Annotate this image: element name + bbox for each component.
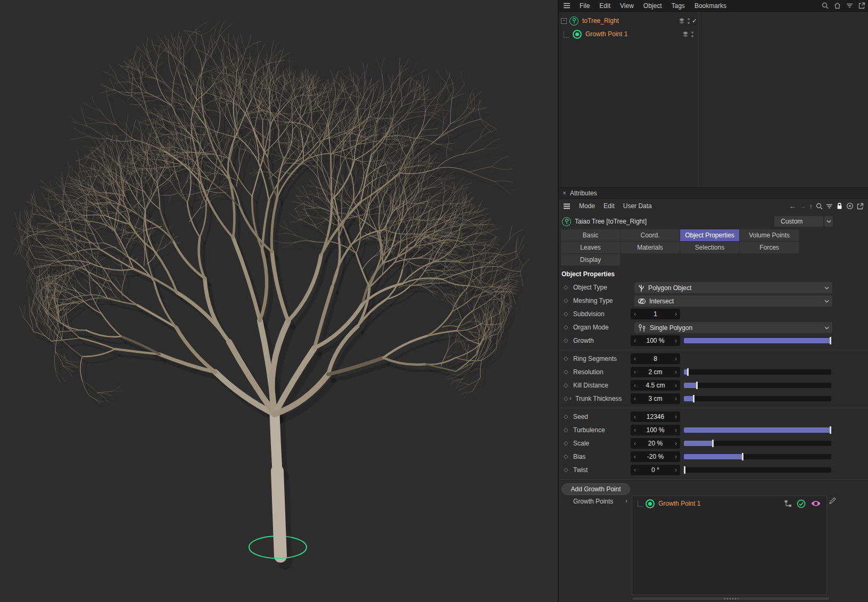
tab-coord[interactable]: Coord.	[621, 229, 680, 241]
tab-leaves[interactable]: Leaves	[561, 242, 620, 253]
meshing-type-dropdown[interactable]: Intersect	[634, 295, 832, 307]
object-label[interactable]: toTree_Right	[582, 17, 619, 24]
preset-dropdown[interactable]: Custom	[774, 216, 823, 227]
stepper-prev-icon[interactable]: ‹	[631, 395, 639, 402]
stepper-value[interactable]: 3 cm	[639, 395, 672, 402]
tab-selections[interactable]: Selections	[680, 242, 739, 253]
keyframe-diamond-icon[interactable]: ◇	[564, 426, 568, 433]
expand-arrow-icon[interactable]: ›	[569, 394, 572, 402]
stepper-value[interactable]: -20 %	[639, 453, 672, 460]
keyframe-diamond-icon[interactable]: ◇	[564, 413, 568, 420]
subdivision-stepper[interactable]: ‹ 1 ›	[631, 309, 680, 319]
kill-distance-stepper[interactable]: ‹ 4.5 cm ›	[631, 380, 680, 391]
stepper-next-icon[interactable]: ›	[672, 355, 680, 362]
stepper-next-icon[interactable]: ›	[672, 368, 680, 376]
menu-edit[interactable]: Edit	[594, 2, 615, 10]
menu-bookmarks[interactable]: Bookmarks	[690, 2, 731, 10]
stepper-value[interactable]: 12346	[639, 413, 672, 420]
stepper-prev-icon[interactable]: ‹	[631, 310, 639, 318]
pencil-icon[interactable]	[829, 497, 837, 505]
stepper-prev-icon[interactable]: ‹	[631, 413, 639, 420]
organ-mode-dropdown[interactable]: Single Polygon	[634, 322, 832, 333]
menu-edit[interactable]: Edit	[599, 202, 619, 210]
keyframe-diamond-icon[interactable]: ◇	[564, 310, 568, 317]
search-icon[interactable]	[814, 203, 824, 210]
object-type-dropdown[interactable]: Polygon Object	[634, 282, 832, 293]
stepper-prev-icon[interactable]: ‹	[631, 355, 639, 362]
turbulence-stepper[interactable]: ‹ 100 % ›	[631, 425, 680, 435]
tab-volume-points[interactable]: Volume Points	[740, 229, 799, 241]
stepper-value[interactable]: 100 %	[639, 426, 672, 434]
resolution-slider[interactable]	[684, 369, 831, 375]
keyframe-diamond-icon[interactable]: ◇	[564, 355, 568, 362]
growth-points-expander-icon[interactable]: ›	[625, 497, 627, 505]
keyframe-diamond-icon[interactable]: ◇	[564, 440, 568, 447]
visibility-dots-icon[interactable]	[688, 18, 690, 24]
keyframe-diamond-icon[interactable]: ◇	[564, 395, 568, 402]
stepper-prev-icon[interactable]: ‹	[631, 337, 639, 344]
turbulence-slider[interactable]	[684, 427, 831, 433]
keyframe-diamond-icon[interactable]: ◇	[564, 368, 568, 375]
layers-icon[interactable]	[678, 17, 685, 24]
viewport-canvas[interactable]	[0, 0, 558, 602]
search-icon[interactable]	[819, 2, 831, 9]
preset-chevron-button[interactable]	[824, 216, 833, 227]
bias-stepper[interactable]: ‹ -20 % ›	[631, 451, 680, 462]
lock-icon[interactable]	[834, 202, 845, 210]
keyframe-diamond-icon[interactable]: ◇	[564, 453, 568, 460]
stepper-next-icon[interactable]: ›	[672, 453, 680, 460]
stepper-value[interactable]: 4.5 cm	[639, 382, 672, 389]
twist-stepper[interactable]: ‹ 0 ° ›	[631, 465, 680, 475]
resolution-stepper[interactable]: ‹ 2 cm ›	[631, 367, 680, 377]
horizontal-scrollbar[interactable]	[632, 597, 830, 600]
seed-stepper[interactable]: ‹ 12346 ›	[631, 411, 680, 422]
ring-segments-stepper[interactable]: ‹ 8 ›	[631, 353, 680, 364]
filter-icon[interactable]	[844, 3, 856, 9]
keyframe-diamond-icon[interactable]: ◇	[564, 324, 568, 331]
object-row-growth-point[interactable]: Growth Point 1	[559, 28, 698, 40]
stepper-value[interactable]: 100 %	[639, 337, 672, 344]
stepper-value[interactable]: 20 %	[639, 440, 672, 447]
stepper-next-icon[interactable]: ›	[672, 440, 680, 447]
menu-object[interactable]: Object	[639, 2, 667, 10]
keyframe-diamond-icon[interactable]: ◇	[564, 297, 568, 304]
scrollbar-thumb[interactable]	[632, 597, 830, 600]
up-arrow-icon[interactable]: ↑	[808, 202, 815, 210]
home-icon[interactable]	[831, 2, 844, 9]
keyframe-diamond-icon[interactable]: ◇	[564, 382, 568, 389]
menu-file[interactable]: File	[575, 2, 594, 10]
bias-slider[interactable]	[684, 454, 831, 459]
stepper-next-icon[interactable]: ›	[672, 382, 680, 389]
object-label[interactable]: Growth Point 1	[585, 30, 627, 38]
keyframe-diamond-icon[interactable]: ◇	[564, 284, 568, 291]
stepper-next-icon[interactable]: ›	[672, 426, 680, 434]
expander-icon[interactable]: −	[561, 18, 567, 24]
growth-point-label[interactable]: Growth Point 1	[658, 500, 700, 507]
eye-icon[interactable]	[811, 500, 821, 507]
twist-slider[interactable]	[684, 467, 831, 473]
stepper-next-icon[interactable]: ›	[672, 466, 680, 474]
close-icon[interactable]: ×	[559, 189, 570, 197]
kill-distance-slider[interactable]	[684, 383, 831, 388]
filter-icon[interactable]	[824, 203, 834, 209]
stepper-prev-icon[interactable]: ‹	[631, 453, 639, 460]
stepper-value[interactable]: 2 cm	[639, 368, 672, 376]
forward-arrow-icon[interactable]: →	[798, 202, 808, 210]
scale-stepper[interactable]: ‹ 20 % ›	[631, 438, 680, 449]
stepper-next-icon[interactable]: ›	[672, 337, 680, 344]
trunk-thickness-slider[interactable]	[684, 396, 831, 401]
stepper-next-icon[interactable]: ›	[672, 395, 680, 402]
growth-slider[interactable]	[684, 338, 831, 343]
back-arrow-icon[interactable]: ←	[788, 202, 798, 210]
enabled-check-icon[interactable]: ✓	[692, 17, 697, 24]
scale-slider[interactable]	[684, 441, 831, 446]
add-growth-point-button[interactable]: Add Growth Point	[561, 483, 630, 495]
hamburger-menu-icon[interactable]	[559, 3, 575, 9]
menu-tags[interactable]: Tags	[667, 2, 690, 10]
stepper-value[interactable]: 1	[639, 310, 672, 318]
popout-icon[interactable]	[856, 2, 868, 9]
tab-forces[interactable]: Forces	[740, 242, 799, 253]
stepper-prev-icon[interactable]: ‹	[631, 368, 639, 376]
stepper-prev-icon[interactable]: ‹	[631, 426, 639, 434]
layers-icon[interactable]	[682, 30, 689, 38]
